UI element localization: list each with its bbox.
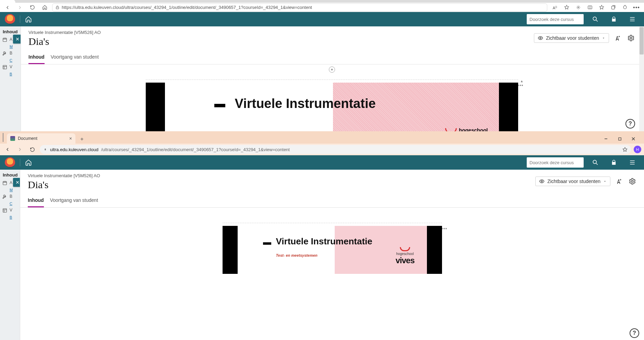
new-tab-button[interactable]: + bbox=[77, 135, 86, 144]
svg-point-1 bbox=[577, 7, 579, 8]
sidebar-title: Inhoud bbox=[0, 172, 20, 178]
sidebar-item[interactable]: B bbox=[0, 192, 20, 202]
sidebar-item[interactable]: V bbox=[0, 62, 21, 72]
slide-preview: Virtuele Instrumentatie hogeschool bbox=[146, 83, 518, 131]
refresh-button[interactable] bbox=[27, 3, 37, 12]
close-window-button[interactable] bbox=[628, 134, 639, 144]
back-button[interactable] bbox=[3, 145, 12, 154]
settings-gear-icon[interactable] bbox=[628, 177, 636, 185]
back-button[interactable] bbox=[3, 3, 12, 12]
school-prefix: hogeschool bbox=[395, 252, 414, 256]
more-menu-icon[interactable]: ••• bbox=[632, 3, 641, 12]
svg-point-14 bbox=[631, 180, 633, 182]
sidebar-sublink[interactable]: C bbox=[0, 58, 21, 62]
block-menu-icon[interactable]: ••• bbox=[441, 226, 448, 231]
address-url: https://ultra.edu.kuleuven.cloud/ultra/c… bbox=[62, 5, 312, 10]
svg-point-10 bbox=[593, 160, 596, 163]
forward-button[interactable] bbox=[15, 3, 25, 12]
browser-essentials-icon[interactable] bbox=[620, 3, 630, 12]
breadcrumb[interactable]: Virtuele Instrumentatie [V5M526] AO bbox=[28, 30, 534, 35]
chevron-down-icon bbox=[603, 180, 607, 183]
privacy-lock-icon[interactable] bbox=[607, 156, 621, 169]
breadcrumb[interactable]: Virtuele Instrumentatie [V5M526] AO bbox=[28, 173, 535, 178]
tab-progress[interactable]: Voortgang van student bbox=[51, 54, 99, 64]
chrome-tab[interactable]: Document × bbox=[7, 133, 75, 144]
slide-border-left bbox=[146, 83, 165, 131]
header-divider bbox=[20, 15, 20, 23]
profile-avatar[interactable]: H bbox=[634, 146, 641, 153]
tab-group-indicator[interactable] bbox=[3, 133, 5, 142]
help-button[interactable]: ? bbox=[625, 119, 635, 129]
sidebar-item[interactable]: B bbox=[0, 49, 21, 58]
tab-close-icon[interactable]: × bbox=[69, 136, 72, 141]
course-search-input[interactable] bbox=[529, 17, 581, 22]
edge-active-tab[interactable] bbox=[0, 0, 15, 3]
tab-content[interactable]: Inhoud bbox=[28, 197, 44, 207]
address-bar[interactable]: https://ultra.edu.kuleuven.cloud/ultra/c… bbox=[52, 3, 547, 12]
favorites-list-icon[interactable] bbox=[597, 3, 606, 12]
address-bar[interactable]: ultra.edu.kuleuven.cloud/ultra/courses/_… bbox=[40, 145, 631, 154]
refresh-button[interactable] bbox=[27, 145, 37, 154]
slide-border-right bbox=[499, 83, 518, 131]
sidebar-sublink[interactable]: M bbox=[0, 45, 21, 49]
sidebar-sublink[interactable]: B bbox=[0, 72, 21, 76]
help-button[interactable]: ? bbox=[630, 328, 639, 338]
split-screen-icon[interactable] bbox=[585, 3, 595, 12]
forward-button[interactable] bbox=[15, 145, 25, 154]
privacy-lock-icon[interactable] bbox=[607, 12, 621, 26]
ai-assistant-icon[interactable] bbox=[615, 177, 623, 185]
chrome-tab-strip: Document × + bbox=[0, 131, 644, 144]
sidebar-item[interactable]: V bbox=[0, 206, 20, 215]
edge-toolbar-right: A)) ••• bbox=[550, 3, 641, 12]
minimize-button[interactable] bbox=[600, 134, 612, 144]
wrench-icon bbox=[2, 194, 8, 199]
header-divider bbox=[20, 159, 20, 166]
home-button[interactable] bbox=[40, 3, 49, 12]
vives-smile-icon bbox=[400, 247, 410, 251]
search-submit-icon[interactable] bbox=[588, 156, 602, 169]
sidebar-sublink[interactable]: C bbox=[0, 202, 20, 206]
collections-icon[interactable] bbox=[608, 3, 618, 12]
block-menu-icon[interactable]: ••• bbox=[517, 83, 524, 88]
app-logo[interactable] bbox=[5, 14, 15, 24]
settings-gear-icon[interactable] bbox=[627, 34, 635, 42]
slide-title: Virtuele Instrumentatie bbox=[276, 236, 372, 247]
app-logo[interactable] bbox=[5, 157, 15, 168]
chrome-toolbar: ultra.edu.kuleuven.cloud/ultra/courses/_… bbox=[0, 144, 644, 155]
sidebar-sublink[interactable]: M bbox=[0, 188, 20, 192]
sidebar-item-label: A bbox=[10, 180, 12, 185]
hamburger-menu-icon[interactable] bbox=[625, 12, 639, 26]
home-icon[interactable] bbox=[25, 159, 32, 166]
svg-rect-12 bbox=[3, 209, 7, 212]
edge-browser-window: https://ultra.edu.kuleuven.cloud/ultra/c… bbox=[0, 0, 644, 131]
visibility-label: Zichtbaar voor studenten bbox=[547, 179, 600, 184]
course-search-input[interactable] bbox=[529, 160, 581, 165]
address-host: ultra.edu.kuleuven.cloud bbox=[50, 147, 98, 152]
course-search-box[interactable] bbox=[527, 157, 584, 168]
slide-decor-line bbox=[214, 104, 225, 107]
slide-block[interactable]: ••• Virtuele Instrumentatie Test- en mee… bbox=[223, 223, 442, 274]
read-aloud-icon[interactable]: A)) bbox=[550, 3, 560, 12]
tab-progress[interactable]: Voortgang van student bbox=[50, 197, 98, 207]
visibility-dropdown[interactable]: Zichtbaar voor studenten bbox=[534, 33, 609, 43]
home-icon[interactable] bbox=[25, 16, 32, 23]
svg-rect-3 bbox=[611, 6, 615, 9]
ai-assistant-icon[interactable] bbox=[614, 34, 622, 42]
tab-content[interactable]: Inhoud bbox=[28, 54, 45, 64]
slide-block[interactable]: ▲ ••• Virtuele Instrumentatie hogeschool bbox=[146, 80, 518, 131]
extensions-icon[interactable] bbox=[573, 3, 583, 12]
bookmark-star-icon[interactable] bbox=[622, 147, 628, 152]
app-header bbox=[0, 155, 644, 170]
course-search-box[interactable] bbox=[527, 14, 584, 24]
maximize-button[interactable] bbox=[614, 134, 625, 144]
vertical-scrollbar[interactable] bbox=[639, 26, 644, 131]
sidebar-sublink[interactable]: B bbox=[0, 215, 20, 219]
favorite-star-icon[interactable] bbox=[562, 3, 571, 12]
search-submit-icon[interactable] bbox=[588, 12, 602, 26]
site-info-icon[interactable] bbox=[43, 147, 47, 151]
scrollbar-thumb[interactable] bbox=[640, 27, 644, 54]
add-content-button[interactable] bbox=[329, 66, 335, 73]
svg-rect-9 bbox=[618, 137, 621, 140]
visibility-dropdown[interactable]: Zichtbaar voor studenten bbox=[535, 177, 610, 186]
hamburger-menu-icon[interactable] bbox=[625, 156, 639, 169]
